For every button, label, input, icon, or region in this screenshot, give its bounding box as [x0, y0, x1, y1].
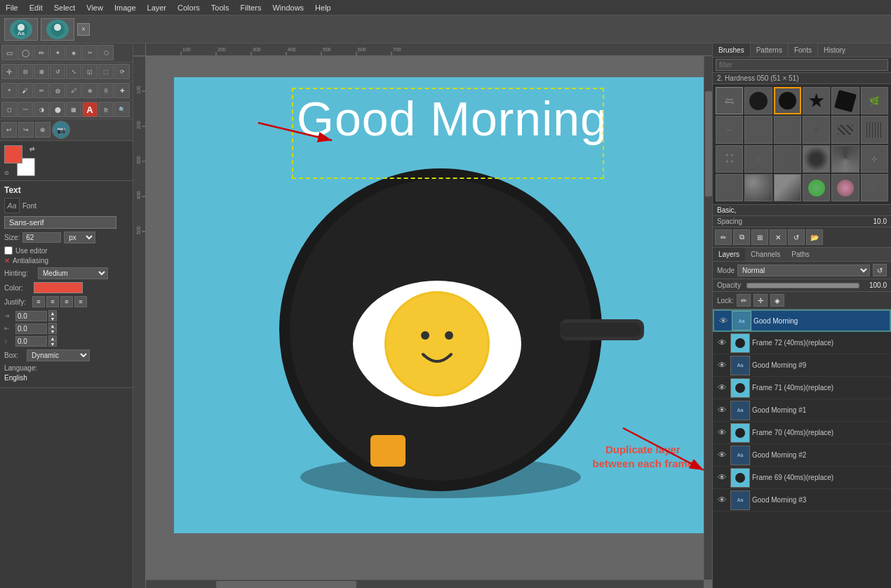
size-unit-select[interactable]: pxpt	[64, 232, 95, 243]
tab-history[interactable]: History	[818, 44, 851, 57]
tool-smudge[interactable]: 〰	[18, 102, 33, 117]
brush-item-4[interactable]	[803, 87, 830, 114]
brush-item-19[interactable]	[716, 174, 743, 201]
brush-item-12[interactable]	[861, 116, 888, 143]
reset-colors-icon[interactable]: ⊙	[4, 170, 9, 176]
brush-item-15[interactable]: ⣿	[774, 145, 801, 173]
layer-item-8[interactable]: 👁 Aa Good Morning #3	[713, 489, 891, 512]
tool-ink[interactable]: 🖊	[66, 83, 81, 98]
menu-help[interactable]: Help	[309, 2, 337, 13]
layer-eye-2[interactable]: 👁	[716, 359, 728, 372]
tool-rect-select[interactable]: ▭	[1, 45, 17, 60]
indent-input2[interactable]	[15, 323, 47, 334]
tool-heal[interactable]: ✚	[114, 83, 130, 98]
brush-item-18[interactable]: ⊹	[861, 145, 888, 173]
tab-layers[interactable]: Layers	[713, 248, 745, 261]
tool-mypaint[interactable]: ⊕	[82, 83, 98, 98]
lock-alpha-button[interactable]: ◈	[770, 294, 784, 307]
indent-down1[interactable]: ▼	[48, 316, 57, 321]
layer-item-6[interactable]: 👁 Aa Good Morning #2	[713, 444, 891, 467]
undo-icon[interactable]: ↩	[1, 122, 17, 138]
brush-item-17[interactable]	[831, 145, 859, 173]
brush-edit-button[interactable]: ✏	[715, 229, 732, 245]
tab-xcf[interactable]: Aa	[4, 18, 38, 41]
box-select[interactable]: DynamicFixed	[27, 349, 90, 361]
tool-bucket-fill[interactable]: ⬤	[50, 102, 65, 117]
brush-item-7[interactable]: ···	[716, 116, 743, 143]
mode-select[interactable]: Normal	[737, 265, 870, 276]
brush-open-button[interactable]: 📂	[806, 229, 823, 245]
layer-item-3[interactable]: 👁 Frame 71 (40ms)(replace)	[713, 377, 891, 399]
tool-scale[interactable]: ⤡	[66, 64, 81, 79]
tool-ellipse-select[interactable]: ◯	[18, 45, 33, 60]
menu-edit[interactable]: Edit	[24, 2, 48, 13]
tool-text[interactable]: A	[82, 102, 98, 117]
tool-foreground-select[interactable]: ⬡	[98, 45, 114, 60]
tool-free-select[interactable]: ✏	[34, 45, 49, 60]
indent-down2[interactable]: ▼	[48, 328, 57, 334]
brush-item-2[interactable]	[744, 87, 772, 114]
layer-eye-6[interactable]: 👁	[716, 449, 728, 462]
brush-copy-button[interactable]: ⊞	[751, 229, 768, 245]
tool-rotate[interactable]: ↺	[50, 64, 65, 79]
indent-down3[interactable]: ▼	[48, 341, 57, 347]
tool-colorpicker[interactable]: 🔍	[114, 102, 130, 117]
menu-tools[interactable]: Tools	[206, 2, 235, 13]
tab-brushes[interactable]: Brushes	[713, 44, 751, 57]
indent-input3[interactable]	[15, 336, 47, 347]
layer-item-2[interactable]: 👁 Aa Good Morning #9	[713, 354, 891, 377]
tool-paintbrush[interactable]: 🖌	[18, 83, 33, 98]
size-input[interactable]	[22, 232, 61, 243]
tab-paths[interactable]: Paths	[786, 248, 815, 261]
text-color-swatch[interactable]	[34, 282, 83, 293]
tool-move[interactable]: ✛	[1, 64, 17, 79]
use-editor-checkbox[interactable]	[4, 246, 13, 255]
indent-up3[interactable]: ▲	[48, 335, 57, 341]
indent-up1[interactable]: ▲	[48, 310, 57, 316]
brush-item-21[interactable]	[774, 174, 801, 201]
scrollbar-horizontal[interactable]	[146, 580, 704, 588]
tool-perspective[interactable]: ⬚	[98, 64, 114, 79]
tab-gif[interactable]	[41, 18, 74, 41]
justify-fill[interactable]: ≡	[74, 296, 87, 307]
foreground-color-swatch[interactable]	[4, 145, 22, 163]
tool-align[interactable]: ⊟	[18, 64, 33, 79]
swap-colors-icon[interactable]: ⇄	[29, 145, 35, 152]
tool-clone[interactable]: ⎘	[98, 83, 114, 98]
brush-refresh-button[interactable]: ↺	[788, 229, 805, 245]
brush-item-9[interactable]: ⋮⋮	[774, 116, 801, 143]
tool-measure[interactable]: ⊵	[98, 102, 114, 117]
menu-view[interactable]: View	[81, 2, 109, 13]
brush-item-23[interactable]	[831, 174, 859, 201]
menu-image[interactable]: Image	[109, 2, 142, 13]
zoom-in-icon[interactable]: ⊕	[35, 122, 51, 138]
hinting-select[interactable]: MediumNoneSlightFull	[38, 267, 108, 279]
tool-crop[interactable]: ⊠	[34, 64, 49, 79]
indent-up2[interactable]: ▲	[48, 323, 57, 328]
font-input[interactable]	[4, 216, 116, 229]
brush-item-20[interactable]	[744, 174, 772, 201]
lock-position-button[interactable]: ✛	[753, 294, 768, 307]
brush-item-24[interactable]: ⣷	[861, 174, 888, 201]
tool-transform[interactable]: ⟳	[114, 64, 130, 79]
brush-item-10[interactable]: ⠿	[803, 116, 830, 143]
brush-item-8[interactable]: ⁙	[744, 116, 772, 143]
tool-fuzzy-select[interactable]: ✦	[50, 45, 65, 60]
layer-eye-5[interactable]: 👁	[716, 427, 728, 439]
brush-filter-input[interactable]	[716, 59, 888, 71]
brush-item-14[interactable]: ⠶	[744, 145, 772, 173]
layer-eye-4[interactable]: 👁	[716, 404, 728, 417]
justify-center[interactable]: ≡	[46, 296, 59, 307]
tool-airbrush[interactable]: ◍	[50, 83, 65, 98]
brush-item-22[interactable]	[803, 174, 830, 201]
brush-item-13[interactable]: ✦✦✦✦	[716, 145, 743, 173]
tool-gradient[interactable]: ▦	[66, 102, 81, 117]
justify-right[interactable]: ≡	[60, 296, 73, 307]
tool-dodge-burn[interactable]: ◑	[34, 102, 49, 117]
menu-select[interactable]: Select	[48, 2, 81, 13]
tool-eraser[interactable]: ◻	[1, 102, 17, 117]
menu-colors[interactable]: Colors	[172, 2, 206, 13]
menu-file[interactable]: File	[0, 2, 24, 13]
brush-item-1[interactable]: GoodMornig	[716, 87, 743, 114]
tool-pencil[interactable]: ✏	[34, 83, 49, 98]
